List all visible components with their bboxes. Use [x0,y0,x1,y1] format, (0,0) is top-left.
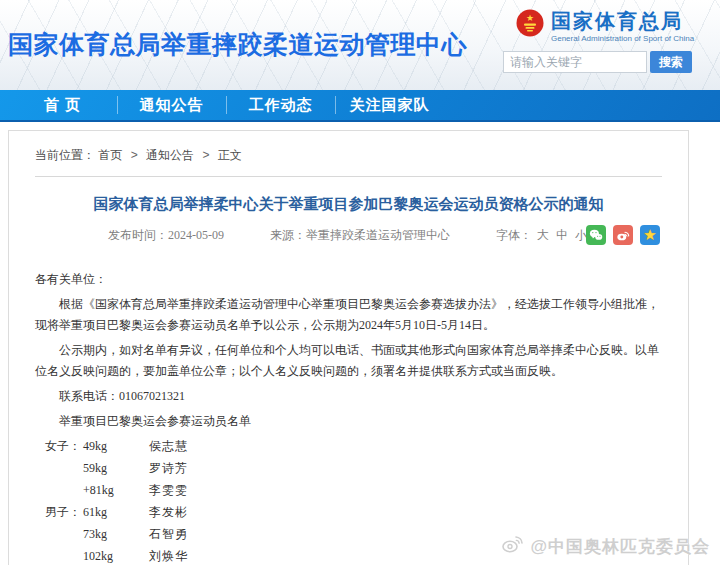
athlete-weight: 61kg [83,502,149,523]
athlete-row: 102kg 刘焕华 [35,545,662,565]
site-title[interactable]: 国家体育总局举重摔跤柔道运动管理中心 [8,28,467,61]
article-source: 来源：举重摔跤柔道运动管理中心 [270,227,450,247]
publish-date: 发布时间：2024-05-09 [108,227,224,247]
breadcrumb-notices-link[interactable]: 通知公告 [146,148,194,162]
search-input[interactable] [503,51,647,73]
athlete-weight: +81kg [83,480,149,501]
logo-text: 国家体育总局 General Administration of Sport o… [551,9,694,43]
athlete-name: 石智勇 [149,524,188,545]
athlete-name: 李雯雯 [149,480,188,501]
wechat-share-icon[interactable] [586,225,606,245]
breadcrumb: 当前位置： 首页 > 通知公告 > 正文 [35,147,662,164]
breadcrumb-divider [35,176,662,177]
font-size-medium[interactable]: 中 [556,228,568,242]
athlete-name: 李发彬 [149,502,188,523]
svg-text:★: ★ [526,13,534,23]
athlete-name: 罗诗芳 [149,458,188,479]
article-title: 国家体育总局举摔柔中心关于举重项目参加巴黎奥运会运动员资格公示的通知 [35,195,662,214]
athlete-weight: 49kg [83,436,149,457]
athlete-group: 女子： [45,436,83,457]
article-meta: 发布时间：2024-05-09 来源：举重摔跤柔道运动管理中心 字体： 大 中 … [35,227,662,247]
weibo-share-icon[interactable] [613,225,633,245]
main-nav: 首 页 通知公告 工作动态 关注国家队 [0,90,720,122]
paragraph-basis: 根据《国家体育总局举重摔跤柔道运动管理中心举重项目巴黎奥运会参赛选拔办法》，经选… [35,294,662,336]
athlete-row: 59kg 罗诗芳 [35,457,662,479]
breadcrumb-home-link[interactable]: 首页 [98,148,122,162]
athlete-name: 刘焕华 [149,546,188,565]
athlete-name: 侯志慧 [149,436,188,457]
breadcrumb-current: 正文 [218,148,242,162]
logo-name-cn: 国家体育总局 [551,9,694,33]
athlete-weight: 59kg [83,458,149,479]
favorite-star-icon[interactable]: ★ [640,225,660,245]
breadcrumb-separator: > [202,148,209,162]
salutation: 各有关单位： [35,269,662,290]
nav-item-national-team[interactable]: 关注国家队 [335,90,444,120]
font-size-control: 字体： 大 中 小 [496,227,589,247]
athlete-weight: 102kg [83,546,149,565]
paragraph-objection: 公示期内，如对名单有异议，任何单位和个人均可以电话、书面或其他形式向国家体育总局… [35,340,662,382]
athlete-group: 男子： [45,502,83,523]
national-emblem-icon: ★ [516,9,544,41]
athlete-list-title: 举重项目巴黎奥运会参赛运动员名单 [35,411,662,432]
font-size-large[interactable]: 大 [537,228,549,242]
share-icons: ★ [586,225,660,245]
athlete-row: 女子： 49kg 侯志慧 [35,435,662,457]
article-body: 各有关单位： 根据《国家体育总局举重摔跤柔道运动管理中心举重项目巴黎奥运会参赛选… [35,269,662,565]
search-button[interactable]: 搜索 [650,51,692,73]
athlete-row: +81kg 李雯雯 [35,479,662,501]
breadcrumb-separator: > [131,148,138,162]
athlete-row: 男子： 61kg 李发彬 [35,501,662,523]
contact-phone: 联系电话：01067021321 [35,386,662,407]
breadcrumb-prefix: 当前位置： [35,148,95,162]
athlete-weight: 73kg [83,524,149,545]
logo-name-en: General Administration of Sport of China [551,34,694,43]
nav-item-notices[interactable]: 通知公告 [117,90,226,120]
content-box: 当前位置： 首页 > 通知公告 > 正文 国家体育总局举摔柔中心关于举重项目参加… [8,130,689,565]
site-header: 国家体育总局举重摔跤柔道运动管理中心 ★ 国家体育总局 General Admi… [0,0,720,90]
athlete-list: 女子： 49kg 侯志慧 59kg 罗诗芳 +81kg 李雯雯 男子： 61kg… [35,435,662,565]
athlete-row: 73kg 石智勇 [35,523,662,545]
nav-item-work-news[interactable]: 工作动态 [226,90,335,120]
nav-item-home[interactable]: 首 页 [8,90,117,120]
sport-admin-logo[interactable]: ★ 国家体育总局 General Administration of Sport… [516,9,694,43]
search-bar: 搜索 [503,51,692,73]
